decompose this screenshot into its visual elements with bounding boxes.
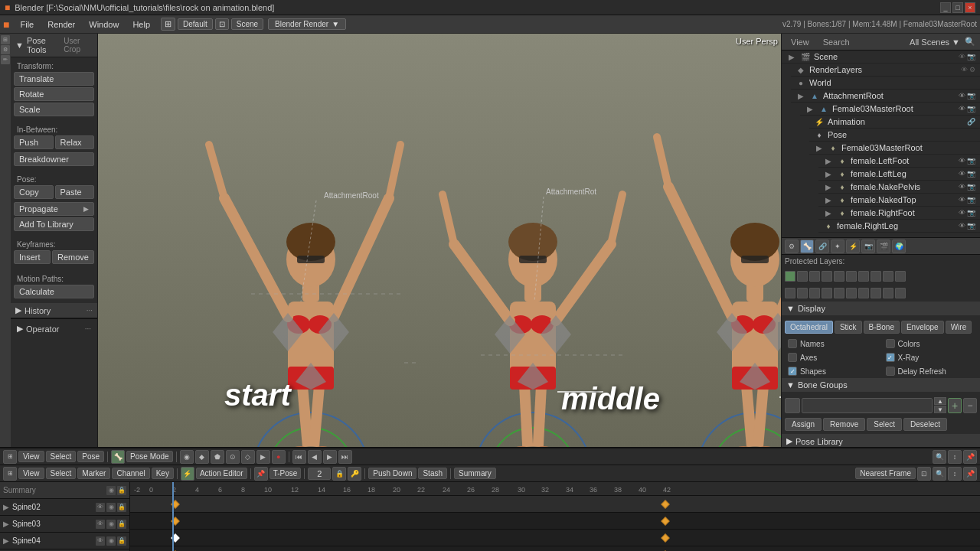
scene-selector[interactable]: Scene bbox=[231, 18, 263, 30]
summary-btn[interactable]: Summary bbox=[454, 468, 496, 479]
layer-19[interactable] bbox=[883, 288, 893, 298]
layer-15[interactable] bbox=[834, 288, 844, 298]
view-mode-dropdown[interactable]: Default bbox=[178, 18, 213, 30]
nt-render-icon[interactable]: 📷 bbox=[967, 196, 975, 204]
ar-render-icon[interactable]: 📷 bbox=[967, 92, 975, 99]
scene-eye-icon[interactable]: 👁 bbox=[959, 53, 965, 60]
ll-eye-icon[interactable]: 👁 bbox=[959, 170, 965, 178]
outliner-pose[interactable]: ♦ Pose bbox=[809, 129, 980, 142]
paste-button[interactable]: Paste bbox=[55, 185, 95, 199]
outliner-render-layers[interactable]: ◆ RenderLayers 👁 ⚙ bbox=[791, 64, 980, 77]
tools-icon[interactable]: ⚙ bbox=[1, 45, 10, 54]
spine03-kf-2[interactable] bbox=[661, 533, 669, 542]
layer-11[interactable] bbox=[785, 288, 795, 298]
remove-btn[interactable]: Remove bbox=[823, 418, 865, 431]
translate-button[interactable]: Translate bbox=[14, 72, 94, 86]
ae-select-btn[interactable]: Select bbox=[46, 468, 77, 479]
render-prop-icon[interactable]: 📷 bbox=[861, 240, 875, 253]
armature-prop-icon[interactable]: 🦴 bbox=[800, 240, 814, 253]
bone-groups-header[interactable]: ▼ Bone Groups bbox=[782, 378, 980, 392]
outliner-scene[interactable]: ▶ 🎬 Scene 👁 📷 bbox=[782, 51, 980, 64]
bone-group-color-swatch[interactable] bbox=[785, 398, 800, 413]
pose-library-header[interactable]: ▶ Pose Library bbox=[782, 434, 980, 447]
spine03-vis-icon[interactable]: 👁 bbox=[96, 520, 105, 529]
add-to-library-button[interactable]: Add To Library bbox=[14, 217, 94, 231]
operator-header[interactable]: ▶ Operator ··· bbox=[14, 322, 94, 335]
breakdowner-button[interactable]: Breakdowner bbox=[14, 152, 94, 166]
all-scenes-selector[interactable]: All Scenes ▼ bbox=[910, 37, 960, 47]
layer-5[interactable] bbox=[834, 271, 844, 282]
delay-refresh-checkbox[interactable] bbox=[886, 367, 895, 376]
spine02-lock-icon[interactable]: 🔒 bbox=[117, 503, 126, 512]
rl-settings-icon[interactable]: ⚙ bbox=[969, 66, 975, 73]
pose-step-fwd[interactable]: ⏭ bbox=[338, 450, 352, 464]
view-icon[interactable]: ⊞ bbox=[1, 35, 10, 44]
layer-8[interactable] bbox=[871, 271, 881, 282]
propagate-button[interactable]: Propagate ▶ bbox=[14, 202, 94, 216]
outliner-left-foot[interactable]: ▶ ♦ female.LeftFoot 👁 📷 bbox=[818, 155, 980, 168]
pose-sync-icon[interactable]: ↕ bbox=[948, 450, 962, 464]
track-content[interactable]: -2 0 2 4 6 8 10 12 14 16 18 20 22 24 26 … bbox=[130, 482, 980, 551]
spine02-vis-icon[interactable]: 👁 bbox=[96, 503, 105, 512]
layer-14[interactable] bbox=[822, 288, 832, 298]
outliner-attachment-root[interactable]: ▶ ▲ AttachmentRoot 👁 📷 bbox=[791, 90, 980, 103]
history-header[interactable]: ▶ History ··· bbox=[11, 303, 97, 318]
close-button[interactable]: × bbox=[965, 2, 975, 13]
layer-7[interactable] bbox=[858, 271, 869, 282]
outliner-right-leg[interactable]: ♦ female.RightLeg 👁 📷 bbox=[818, 220, 980, 233]
pose-pin-icon[interactable]: 📌 bbox=[963, 450, 977, 464]
np-render-icon[interactable]: 📷 bbox=[967, 183, 975, 191]
layer-1[interactable] bbox=[785, 271, 795, 282]
search-btn[interactable]: Search bbox=[818, 37, 854, 47]
envelope-btn[interactable]: Envelope bbox=[901, 321, 944, 334]
remove-keyframe-button[interactable]: Remove bbox=[52, 250, 94, 264]
spine04-lock-icon[interactable]: 🔒 bbox=[117, 536, 126, 546]
layer-3[interactable] bbox=[809, 271, 820, 282]
pose-shading-3[interactable]: ⬟ bbox=[211, 450, 224, 464]
layer-12[interactable] bbox=[797, 288, 808, 298]
constraint-prop-icon[interactable]: 🔗 bbox=[815, 240, 829, 253]
playhead[interactable] bbox=[172, 482, 174, 551]
np-eye-icon[interactable]: 👁 bbox=[959, 183, 965, 191]
bone-group-up-btn[interactable]: ▲ bbox=[934, 397, 946, 405]
ae-pin2-icon[interactable]: 📌 bbox=[963, 467, 977, 481]
scale-button[interactable]: Scale bbox=[14, 103, 94, 116]
bone-group-field[interactable] bbox=[802, 398, 933, 413]
assign-btn[interactable]: Assign bbox=[785, 418, 822, 431]
minimize-button[interactable]: _ bbox=[940, 2, 951, 13]
layer-16[interactable] bbox=[846, 288, 857, 298]
display-section-header[interactable]: ▼ Display bbox=[782, 302, 980, 315]
view-type-selector[interactable]: ⊞ bbox=[161, 18, 175, 31]
calculate-button[interactable]: Calculate bbox=[14, 285, 94, 298]
layer-2[interactable] bbox=[797, 271, 808, 282]
rotate-button[interactable]: Rotate bbox=[14, 87, 94, 101]
lf-eye-icon[interactable]: 👁 bbox=[959, 157, 965, 165]
ae-mode-select[interactable]: Action Editor bbox=[196, 468, 247, 479]
copy-button[interactable]: Copy bbox=[14, 185, 54, 199]
deselect-btn[interactable]: Deselect bbox=[903, 418, 947, 431]
search-icon[interactable]: 🔍 bbox=[965, 37, 975, 47]
nt-eye-icon[interactable]: 👁 bbox=[959, 196, 965, 204]
f03-eye-icon[interactable]: 👁 bbox=[959, 105, 965, 112]
bone-group-down-btn[interactable]: ▼ bbox=[934, 406, 946, 413]
pose-mode-icon[interactable]: 🦴 bbox=[111, 450, 125, 464]
layer-4[interactable] bbox=[822, 271, 832, 282]
pose-mode-tl-select[interactable]: Pose Mode bbox=[126, 451, 173, 462]
ar-eye-icon[interactable]: 👁 bbox=[959, 92, 965, 99]
pose-shading-2[interactable]: ◆ bbox=[195, 450, 209, 464]
render-engine-selector[interactable]: Blender Render ▼ bbox=[268, 18, 346, 30]
particle-prop-icon[interactable]: ✦ bbox=[831, 240, 844, 253]
ae-view-btn[interactable]: View bbox=[18, 468, 44, 479]
colors-checkbox[interactable] bbox=[886, 339, 895, 348]
spine04-vis-icon[interactable]: 👁 bbox=[96, 536, 105, 546]
menu-window[interactable]: Window bbox=[83, 18, 125, 31]
ae-type-icon[interactable]: ⊞ bbox=[3, 467, 17, 481]
layer-10[interactable] bbox=[895, 271, 906, 282]
bone-group-add-btn[interactable]: + bbox=[948, 398, 962, 413]
spine04-mute-icon[interactable]: ◉ bbox=[106, 536, 116, 546]
maximize-button[interactable]: □ bbox=[952, 2, 963, 13]
track-lock-icon[interactable]: 🔒 bbox=[117, 486, 126, 495]
pose-view-icon[interactable]: 🔍 bbox=[933, 450, 946, 464]
rl-eye-icon[interactable]: 👁 bbox=[959, 222, 965, 230]
axes-checkbox[interactable] bbox=[788, 353, 797, 362]
